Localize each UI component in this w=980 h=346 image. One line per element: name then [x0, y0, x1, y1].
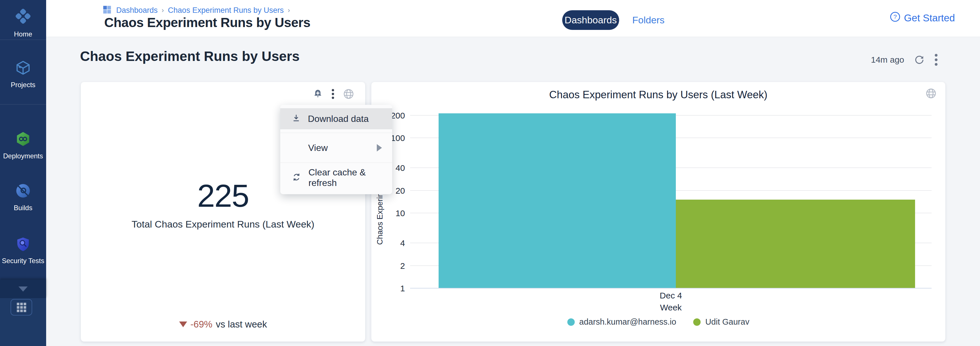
tile-kebab-icon[interactable] — [331, 89, 334, 99]
menu-item-clear-cache[interactable]: Clear cache & refresh — [280, 163, 392, 192]
sidebar-item-label: Projects — [11, 81, 36, 89]
top-bar: Dashboards › Chaos Experiment Runs by Us… — [46, 0, 980, 37]
sidebar-item-label: Security Tests — [2, 257, 45, 265]
legend-item-udit[interactable]: Udit Gaurav — [693, 317, 749, 327]
breadcrumb: Dashboards › Chaos Experiment Runs by Us… — [102, 5, 290, 16]
tile-actions — [313, 88, 354, 100]
chart-legend: adarsh.kumar@harness.io Udit Gaurav — [371, 317, 945, 327]
page-title: Chaos Experiment Runs by Users — [104, 15, 310, 30]
refresh-icon[interactable] — [914, 54, 925, 65]
sidebar-item-projects[interactable]: Projects — [0, 60, 46, 89]
delta-suffix: vs last week — [216, 319, 267, 330]
y-tick-label: 2 — [371, 261, 405, 271]
module-grid-button[interactable] — [11, 299, 32, 316]
harness-home-icon — [14, 7, 32, 26]
menu-spacer — [280, 129, 392, 133]
get-started-label: Get Started — [904, 12, 955, 24]
tab-folders[interactable]: Folders — [632, 11, 665, 29]
legend-dot-teal — [567, 318, 575, 326]
sidebar-item-label: Deployments — [3, 152, 43, 160]
tile-label: Total Chaos Experiment Runs (Last Week) — [81, 219, 365, 230]
globe-icon[interactable] — [925, 88, 937, 99]
y-tick-label: 1 — [371, 284, 405, 293]
alert-bell-plus-icon[interactable] — [313, 89, 323, 99]
gridline-1 — [410, 288, 932, 289]
sidebar-item-label: Builds — [14, 204, 32, 212]
delta-percent: -69% — [191, 319, 212, 330]
projects-cube-icon — [15, 60, 31, 77]
refresh-cycle-icon — [291, 172, 302, 183]
legend-item-adarsh[interactable]: adarsh.kumar@harness.io — [567, 317, 676, 327]
triangle-down-icon — [179, 322, 187, 327]
chevron-right-icon: › — [162, 6, 164, 14]
bar-series-adarsh[interactable] — [439, 113, 676, 288]
svg-text:?: ? — [893, 13, 897, 20]
sidebar: Home Projects Deployments — [0, 0, 46, 346]
menu-item-view[interactable]: View — [280, 133, 392, 163]
download-icon — [291, 113, 301, 124]
menu-item-download-data[interactable]: Download data — [280, 108, 392, 129]
sidebar-collapse-toggle[interactable] — [0, 279, 46, 298]
legend-label: adarsh.kumar@harness.io — [579, 317, 676, 327]
chart-title: Chaos Experiment Runs by Users (Last Wee… — [371, 89, 945, 101]
chevron-down-icon — [19, 286, 28, 292]
menu-item-label: Clear cache & refresh — [309, 167, 392, 188]
sidebar-item-builds[interactable]: Builds — [0, 183, 46, 212]
x-axis-category: Dec 4 — [410, 291, 932, 300]
legend-label: Udit Gaurav — [705, 317, 749, 327]
deployments-cd-icon — [15, 131, 31, 148]
tile-delta: -69% vs last week — [81, 319, 365, 330]
caret-right-icon — [377, 144, 382, 151]
sidebar-item-security-tests[interactable]: Security Tests — [0, 236, 46, 265]
dashboards-grid-icon — [102, 5, 112, 16]
legend-dot-green — [693, 318, 701, 326]
grid-icon — [17, 303, 26, 312]
breadcrumb-link-dashboards[interactable]: Dashboards — [116, 6, 158, 15]
sidebar-divider — [0, 104, 46, 105]
menu-item-label: Download data — [308, 114, 369, 124]
x-axis-title: Week — [410, 303, 932, 313]
refresh-meta: 14m ago — [871, 54, 938, 66]
chevron-right-icon: › — [288, 6, 290, 14]
dashboard-title: Chaos Experiment Runs by Users — [80, 48, 300, 64]
kebab-menu-icon[interactable] — [934, 54, 938, 66]
security-shield-icon — [15, 236, 31, 253]
question-circle-icon: ? — [890, 11, 900, 24]
chart-card: Chaos Experiment Runs by Users (Last Wee… — [371, 82, 945, 342]
last-refreshed-label: 14m ago — [871, 55, 904, 65]
breadcrumb-link-current[interactable]: Chaos Experiment Runs by Users — [168, 6, 284, 15]
bar-series-udit[interactable] — [676, 200, 915, 288]
builds-ci-icon — [15, 183, 31, 200]
globe-icon[interactable] — [343, 88, 354, 100]
tab-dashboards[interactable]: Dashboards — [562, 10, 619, 30]
tile-context-menu: Download data View Clear cache & refresh — [280, 105, 392, 194]
sidebar-item-home[interactable]: Home — [0, 7, 46, 38]
sidebar-item-label: Home — [14, 30, 32, 38]
sidebar-item-deployments[interactable]: Deployments — [0, 131, 46, 160]
menu-item-label: View — [308, 143, 328, 153]
sidebar-footer — [0, 298, 46, 346]
sidebar-divider — [0, 40, 46, 40]
get-started-button[interactable]: ? Get Started — [890, 11, 955, 24]
